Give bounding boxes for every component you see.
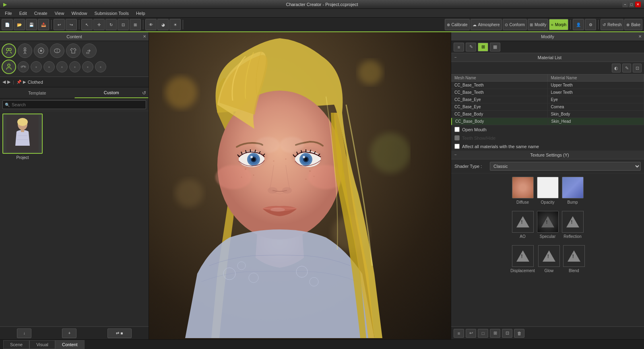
ao-swatch[interactable]: AO [512, 211, 534, 239]
menu-submission-tools[interactable]: Submission Tools [91, 10, 132, 17]
opacity-thumbnail[interactable] [537, 177, 559, 198]
character-icon[interactable] [2, 43, 16, 58]
search-input[interactable] [2, 100, 146, 109]
grid-button[interactable]: ▦ [490, 43, 500, 52]
blend-thumbnail[interactable] [563, 245, 585, 267]
snap-button[interactable]: ⊞ [130, 19, 141, 30]
tab-template[interactable]: Template [0, 87, 74, 98]
list-item[interactable]: Project [2, 114, 43, 160]
sliders-button[interactable]: ≡ [454, 43, 464, 52]
scroll-down-button[interactable]: ↓ [17, 328, 31, 338]
render-button[interactable]: ◕ [157, 19, 169, 30]
tab-custom[interactable]: Custom [74, 87, 149, 98]
specular-thumbnail[interactable] [537, 211, 559, 233]
edit-tool-button[interactable]: ✎ [466, 43, 476, 52]
import-button[interactable]: 📥 [38, 19, 49, 30]
shape-icon[interactable] [50, 43, 64, 58]
menu-window[interactable]: Window [68, 10, 90, 17]
glow-thumbnail[interactable] [538, 245, 560, 267]
new-button[interactable]: 📄 [2, 19, 13, 30]
modify-close-button[interactable]: ✕ [638, 34, 642, 39]
menu-help[interactable]: Help [133, 10, 149, 17]
minimize-button[interactable]: − [622, 2, 628, 7]
calibrate-button[interactable]: ⊕Calibrate [445, 19, 470, 30]
conform-button[interactable]: ⊙Conform [503, 19, 527, 30]
open-button[interactable]: 📂 [14, 19, 25, 30]
atmosphere-button[interactable]: ☁Atmosphere [471, 19, 502, 30]
table-row[interactable]: CC_Base_Eye Eye [451, 96, 644, 103]
arrow-icon[interactable] [82, 43, 97, 58]
displacement-thumbnail[interactable] [512, 245, 534, 267]
texture-settings-toggle[interactable]: − [454, 153, 457, 157]
bump-swatch[interactable]: Bump [562, 177, 584, 204]
status-tab-content[interactable]: Content [55, 340, 85, 349]
bottom-tool-5[interactable]: ⊡ [502, 329, 512, 338]
add-content-button[interactable]: + [62, 328, 76, 338]
diffuse-thumbnail[interactable] [512, 177, 534, 198]
table-row[interactable]: CC_Base_Eye Cornea [451, 103, 644, 111]
project-thumbnail[interactable] [2, 114, 43, 154]
reflection-swatch[interactable]: Reflection [562, 211, 584, 239]
circle3-icon[interactable]: ● [56, 61, 68, 72]
modify-button[interactable]: ⊞Modify [528, 19, 548, 30]
status-tab-visual[interactable]: Visual [29, 340, 55, 349]
table-row[interactable]: CC_Base_Teeth Upper Teeth [451, 82, 644, 89]
material-list-toggle[interactable]: − [454, 55, 457, 60]
mat-action-1[interactable]: ◐ [612, 64, 621, 72]
undo-button[interactable]: ↩ [54, 19, 65, 30]
displacement-swatch[interactable]: Displacement [510, 245, 535, 273]
breadcrumb-forward[interactable]: ▶ [7, 79, 10, 85]
diffuse-swatch[interactable]: Diffuse [512, 177, 534, 204]
menu-view[interactable]: View [52, 10, 68, 17]
clothing-icon[interactable] [66, 43, 80, 58]
circle6-icon[interactable]: ● [95, 61, 106, 72]
settings-button[interactable]: ⚙ [585, 19, 596, 30]
brush-icon[interactable] [34, 43, 48, 58]
table-row[interactable]: CC_Base_Body Skin_Head [451, 118, 644, 125]
save-button[interactable]: 💾 [26, 19, 37, 30]
person-button[interactable]: 👤 [573, 19, 584, 30]
status-tab-scene[interactable]: Scene [3, 340, 29, 349]
circle4-icon[interactable]: ● [69, 61, 80, 72]
bake-button[interactable]: ⊗Bake [624, 19, 642, 30]
breadcrumb-back[interactable]: ◀ [2, 79, 6, 85]
import-export-button[interactable]: ⇄ ■ [107, 328, 132, 338]
refresh-button[interactable]: ↺Refresh [601, 19, 623, 30]
reflection-thumbnail[interactable] [562, 211, 584, 233]
circle2-icon[interactable]: ● [43, 61, 55, 72]
circle5-icon[interactable]: ● [82, 61, 93, 72]
glow-swatch[interactable]: Glow [538, 245, 560, 273]
viewport[interactable] [149, 32, 451, 339]
bottom-tool-1[interactable]: ≡ [454, 329, 464, 338]
refresh-icon[interactable]: ↺ [142, 90, 146, 96]
close-button[interactable]: ✕ [635, 2, 641, 7]
bottom-tool-4[interactable]: ⊞ [490, 329, 500, 338]
rotate-button[interactable]: ↻ [105, 19, 117, 30]
circle1-icon[interactable]: ● [31, 61, 42, 72]
link-icon[interactable] [18, 61, 29, 72]
bottom-tool-3[interactable]: □ [478, 329, 488, 338]
bump-thumbnail[interactable] [562, 177, 584, 198]
content-close-button[interactable]: ✕ [143, 34, 146, 39]
affect-all-checkbox[interactable] [454, 144, 460, 149]
menu-file[interactable]: File [2, 10, 15, 17]
ao-thumbnail[interactable] [512, 211, 534, 233]
morph-button[interactable]: ≈Morph [549, 19, 568, 30]
open-mouth-checkbox[interactable] [454, 127, 460, 132]
select-button[interactable]: ↖ [81, 19, 93, 30]
avatar-icon[interactable] [2, 60, 16, 74]
opacity-swatch[interactable]: Opacity [537, 177, 559, 204]
scale-button[interactable]: ⊡ [118, 19, 129, 30]
mat-action-2[interactable]: ✎ [622, 64, 631, 72]
maximize-button[interactable]: □ [629, 2, 634, 7]
layers-button[interactable]: ⊞ [478, 43, 488, 52]
body-edit-icon[interactable] [18, 43, 32, 58]
bottom-tool-2[interactable]: ↩ [466, 329, 476, 338]
shader-type-select[interactable]: Classic PBR Subsurface [490, 162, 641, 171]
blend-swatch[interactable]: Blend [563, 245, 585, 273]
specular-swatch[interactable]: Specular [537, 211, 559, 239]
table-row[interactable]: CC_Base_Body Skin_Body [451, 111, 644, 118]
redo-button[interactable]: ↪ [66, 19, 77, 30]
light-button[interactable]: ☀ [169, 19, 181, 30]
menu-edit[interactable]: Edit [16, 10, 30, 17]
